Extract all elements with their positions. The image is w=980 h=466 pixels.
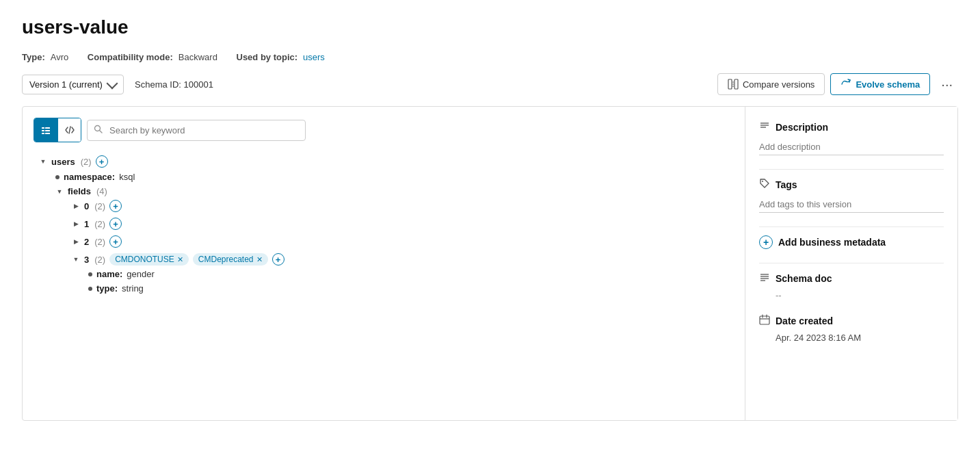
- fields-toggle[interactable]: [55, 187, 64, 196]
- field-3-toggle[interactable]: [72, 255, 80, 263]
- field-3-children: name: gender type: string: [72, 267, 734, 296]
- add-field-3-button[interactable]: +: [272, 253, 284, 266]
- meta-row: Type: Avro Compatibility mode: Backward …: [22, 52, 958, 62]
- field-2-node: 2 (2) +: [72, 234, 734, 249]
- version-select-input[interactable]: Version 1 (current): [29, 79, 103, 90]
- schema-doc-header: Schema doc: [759, 272, 944, 285]
- used-label: Used by topic:: [237, 52, 298, 62]
- evolve-schema-button[interactable]: Evolve schema: [830, 73, 930, 95]
- field-1-label: 1: [84, 219, 89, 229]
- bullet-icon: [88, 272, 92, 276]
- field-0-count: (2): [94, 201, 105, 211]
- search-wrapper: [87, 120, 306, 141]
- compare-icon: [728, 79, 739, 90]
- code-icon: [65, 125, 75, 135]
- description-input[interactable]: [759, 139, 944, 155]
- svg-rect-6: [42, 130, 44, 131]
- business-metadata-section: + Add business metadata: [759, 235, 944, 249]
- divider-2: [759, 226, 944, 227]
- field-3-node: 3 (2) CMDONOTUSE ✕ CMDeprecated: [72, 252, 734, 296]
- tags-input[interactable]: [759, 196, 944, 213]
- field-0-node: 0 (2) +: [72, 198, 734, 213]
- tag-cmdeprecated-remove[interactable]: ✕: [256, 255, 263, 264]
- tag-cmdonotuse-label: CMDONOTUSE: [115, 255, 174, 264]
- add-field-1-button[interactable]: +: [109, 218, 122, 230]
- field-0-toggle[interactable]: [72, 202, 80, 210]
- add-circle-icon: +: [759, 235, 773, 249]
- field-2-toggle[interactable]: [72, 237, 80, 246]
- tag-cmdonotuse-remove[interactable]: ✕: [177, 255, 183, 264]
- schema-id: Schema ID: 100001: [135, 79, 213, 90]
- evolve-icon: [840, 79, 851, 90]
- side-panel: Description Tags: [745, 107, 957, 420]
- svg-rect-22: [760, 316, 769, 324]
- field-1-toggle[interactable]: [72, 220, 80, 228]
- tree-icon: [41, 125, 51, 135]
- description-section: Description: [759, 120, 944, 155]
- svg-rect-0: [728, 79, 732, 89]
- schema-doc-value: --: [776, 290, 944, 300]
- more-actions-button[interactable]: ···: [936, 74, 958, 95]
- code-view-button[interactable]: [57, 118, 81, 142]
- fields-children: 0 (2) + 1: [55, 198, 734, 296]
- used-topic-link[interactable]: users: [303, 52, 325, 62]
- description-label: Description: [776, 122, 828, 133]
- tree-view-button[interactable]: [34, 118, 57, 142]
- fields-count: (4): [96, 186, 107, 196]
- add-field-2-button[interactable]: +: [109, 235, 122, 248]
- date-created-header: Date created: [759, 314, 944, 327]
- schema-panel: users (2) + namespace: ksql: [23, 107, 745, 420]
- date-created-section: Date created Apr. 24 2023 8:16 AM: [759, 314, 944, 343]
- svg-rect-1: [734, 79, 738, 89]
- description-header: Description: [759, 120, 944, 133]
- field-3-type-key: type:: [96, 283, 118, 294]
- fields-row[interactable]: fields (4): [55, 184, 734, 198]
- version-selector[interactable]: Version 1 (current): [22, 75, 124, 94]
- field-3-row[interactable]: 3 (2) CMDONOTUSE ✕ CMDeprecated: [72, 252, 734, 267]
- svg-rect-8: [45, 127, 50, 129]
- tree-root-children: namespace: ksql fields (4): [39, 170, 734, 296]
- tags-label: Tags: [776, 179, 797, 190]
- field-1-row[interactable]: 1 (2) +: [72, 216, 734, 231]
- field-0-label: 0: [84, 201, 89, 211]
- compat-value: Backward: [178, 52, 217, 62]
- tag-cmdeprecated: CMDeprecated ✕: [193, 253, 268, 266]
- add-root-button[interactable]: +: [96, 155, 108, 168]
- schema-id-label: Schema ID:: [135, 79, 181, 90]
- bullet-icon: [88, 287, 92, 291]
- svg-rect-5: [42, 127, 44, 129]
- date-created-label: Date created: [776, 315, 833, 326]
- more-icon: ···: [941, 77, 953, 92]
- tag-cmdonotuse: CMDONOTUSE ✕: [109, 253, 189, 266]
- field-1-count: (2): [94, 219, 105, 229]
- tags-icon: [759, 178, 770, 191]
- svg-rect-7: [42, 133, 44, 134]
- add-field-0-button[interactable]: +: [109, 200, 122, 212]
- date-created-icon: [759, 314, 770, 327]
- meta-sep2: [226, 52, 228, 62]
- tree-root-count: (2): [81, 157, 92, 167]
- field-1-node: 1 (2) +: [72, 216, 734, 231]
- divider-3: [759, 263, 944, 263]
- svg-line-13: [100, 131, 103, 133]
- field-0-row[interactable]: 0 (2) +: [72, 198, 734, 213]
- svg-rect-9: [45, 130, 50, 131]
- tree-root-toggle[interactable]: [39, 157, 47, 166]
- compare-label: Compare versions: [743, 79, 815, 90]
- compare-versions-button[interactable]: Compare versions: [717, 73, 825, 95]
- add-business-metadata-button[interactable]: + Add business metadata: [759, 235, 944, 249]
- schema-tree: users (2) + namespace: ksql: [34, 153, 734, 296]
- field-2-label: 2: [84, 237, 89, 247]
- tree-root-row[interactable]: users (2) +: [39, 153, 734, 170]
- search-input[interactable]: [87, 120, 306, 141]
- svg-rect-10: [45, 133, 50, 134]
- field-2-row[interactable]: 2 (2) +: [72, 234, 734, 249]
- type-value: Avro: [51, 52, 69, 62]
- namespace-item: namespace: ksql: [55, 170, 734, 184]
- divider-1: [759, 169, 944, 170]
- schema-id-value: 100001: [184, 79, 213, 90]
- chevron-down-icon: [107, 77, 118, 89]
- tags-section: Tags: [759, 178, 944, 213]
- field-3-type-item: type: string: [88, 281, 734, 296]
- date-created-value: Apr. 24 2023 8:16 AM: [776, 333, 944, 343]
